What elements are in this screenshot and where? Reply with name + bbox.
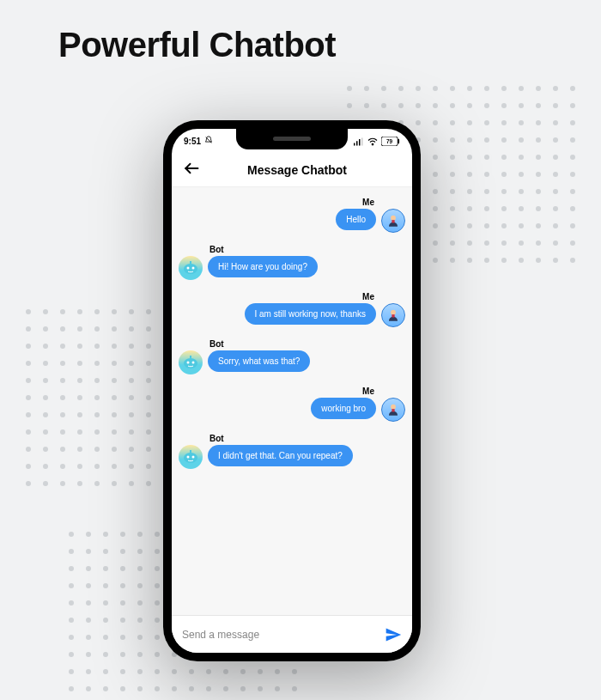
phone-frame: 9:51 79 Message Chatbot [163, 120, 421, 661]
message-bubble: Hi! How are you doing? [208, 256, 318, 277]
svg-rect-15 [392, 314, 394, 317]
bot-avatar-icon [179, 256, 203, 280]
app-header: Message Chatbot [172, 153, 412, 187]
back-button[interactable] [184, 161, 199, 179]
svg-rect-19 [190, 356, 191, 358]
message-bubble: Hello [336, 209, 376, 230]
message-row: I am still working now, thanks [245, 303, 406, 327]
input-bar [172, 615, 412, 653]
message-bubble: working bro [311, 398, 376, 419]
message-bubble: I didn't get that. Can you repeat? [208, 445, 353, 466]
message-group-bot: Bot Sorry, what was that? [179, 339, 405, 374]
message-bubble: I am still working now, thanks [245, 303, 377, 325]
message-group-bot: Bot I didn't get that. Can you repeat? [179, 434, 405, 469]
svg-rect-9 [392, 220, 394, 222]
message-row: Hi! How are you doing? [179, 256, 318, 280]
status-time: 9:51 [184, 137, 201, 146]
svg-point-8 [391, 216, 396, 221]
bot-avatar-icon [179, 445, 203, 469]
svg-rect-6 [398, 139, 399, 144]
send-button[interactable] [385, 626, 402, 643]
svg-point-23 [187, 456, 190, 459]
user-avatar-icon [381, 398, 405, 422]
svg-point-20 [391, 405, 396, 410]
svg-rect-1 [356, 141, 358, 145]
wifi-icon [367, 136, 378, 145]
svg-point-18 [192, 362, 195, 364]
svg-point-24 [192, 456, 195, 459]
sender-label-me: Me [362, 292, 374, 301]
message-input[interactable] [182, 629, 376, 641]
user-avatar-icon [381, 209, 405, 233]
sender-label-me: Me [362, 387, 374, 396]
svg-point-14 [391, 310, 396, 315]
svg-rect-13 [190, 261, 191, 264]
phone-notch [236, 129, 348, 149]
page-title: Powerful Chatbot [58, 26, 336, 64]
sender-label-bot: Bot [209, 245, 224, 254]
message-row: working bro [311, 398, 405, 422]
user-avatar-icon [381, 303, 405, 327]
message-row: I didn't get that. Can you repeat? [179, 445, 353, 469]
message-row: Sorry, what was that? [179, 350, 310, 374]
battery-icon: 79 [381, 136, 400, 146]
svg-rect-21 [392, 409, 394, 411]
bot-avatar-icon [179, 350, 203, 374]
message-bubble: Sorry, what was that? [208, 350, 310, 372]
message-group-me: Me I am still working now, thanks [179, 292, 405, 327]
status-left: 9:51 [184, 136, 213, 146]
status-right: 79 [354, 136, 400, 146]
message-group-me: Me Hello [179, 198, 405, 233]
sender-label-bot: Bot [209, 339, 224, 349]
message-group-me: Me working bro [179, 387, 405, 422]
bell-off-icon [204, 136, 213, 146]
sender-label-me: Me [362, 198, 374, 207]
svg-text:79: 79 [386, 138, 393, 144]
svg-point-17 [187, 362, 190, 364]
signal-icon [354, 136, 364, 145]
svg-point-4 [372, 143, 373, 145]
phone-screen: 9:51 79 Message Chatbot [172, 129, 412, 653]
svg-rect-3 [361, 137, 363, 145]
svg-rect-0 [354, 143, 355, 145]
header-title: Message Chatbot [211, 163, 383, 177]
message-group-bot: Bot Hi! How are you doing? [179, 245, 405, 280]
svg-rect-2 [359, 139, 361, 146]
svg-rect-25 [190, 450, 191, 453]
message-row: Hello [336, 209, 405, 233]
chat-body[interactable]: Me Hello Bot Hi! How are you doing? [172, 187, 412, 615]
svg-point-12 [192, 267, 195, 270]
svg-point-11 [187, 267, 190, 270]
sender-label-bot: Bot [209, 434, 224, 443]
